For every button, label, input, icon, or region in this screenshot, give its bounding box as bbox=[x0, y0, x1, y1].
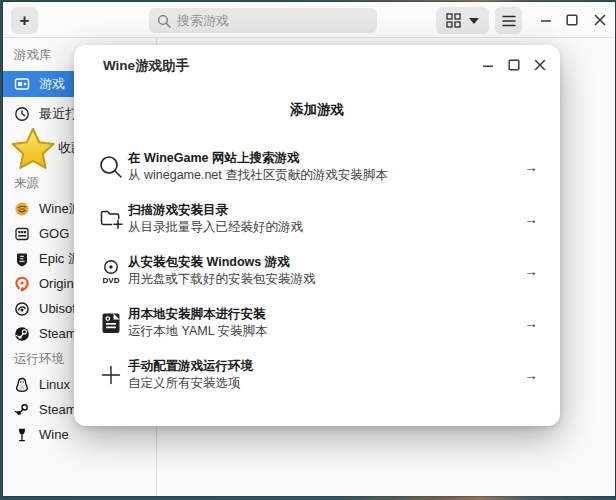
steam-runtime-icon bbox=[14, 402, 30, 418]
view-toggle-button[interactable] bbox=[436, 7, 489, 34]
sidebar-item-label: Steam bbox=[39, 402, 77, 417]
winegame-icon bbox=[14, 201, 30, 217]
sidebar-item-label: Linux bbox=[39, 377, 70, 392]
arrow-right-icon: → bbox=[524, 263, 538, 279]
origin-icon bbox=[14, 276, 30, 292]
option-subtitle: 用光盘或下载好的安装包安装游戏 bbox=[128, 271, 524, 288]
sidebar-item-label: Steam bbox=[39, 326, 77, 341]
minimize-icon bbox=[539, 13, 553, 27]
option-subtitle: 自定义所有安装选项 bbox=[128, 375, 524, 392]
option-scan-directory[interactable]: 扫描游戏安装目录 从目录批量导入已经装好的游戏 → bbox=[97, 202, 538, 236]
option-install-from-setup[interactable]: DVD 从安装包安装 Windows 游戏 用光盘或下载好的安装包安装游戏 → bbox=[97, 254, 538, 288]
option-local-script[interactable]: 用本地安装脚本进行安装 运行本地 YAML 安装脚本 → bbox=[97, 306, 538, 340]
search-icon bbox=[157, 14, 171, 28]
dialog-close-button[interactable] bbox=[528, 53, 552, 77]
window-maximize-button[interactable] bbox=[560, 8, 584, 32]
close-icon bbox=[593, 13, 607, 27]
search-icon bbox=[97, 154, 124, 180]
option-subtitle: 从 winegame.net 查找社区贡献的游戏安装脚本 bbox=[128, 167, 524, 184]
add-game-dialog: Wine游戏助手 bbox=[74, 45, 560, 426]
arrow-right-icon: → bbox=[524, 367, 538, 383]
star-icon bbox=[10, 126, 55, 170]
sidebar-item-label: Wine bbox=[39, 427, 69, 442]
maximize-icon bbox=[565, 13, 579, 27]
search-input[interactable] bbox=[177, 13, 369, 28]
desktop: + bbox=[0, 0, 616, 500]
linux-icon bbox=[14, 377, 30, 393]
option-title: 手动配置游戏运行环境 bbox=[128, 358, 524, 375]
hamburger-icon bbox=[502, 15, 516, 27]
steam-icon bbox=[14, 326, 30, 342]
minimize-icon bbox=[481, 58, 495, 72]
option-subtitle: 从目录批量导入已经装好的游戏 bbox=[128, 219, 524, 236]
window-minimize-button[interactable] bbox=[534, 8, 558, 32]
window-close-button[interactable] bbox=[588, 8, 612, 32]
arrow-right-icon: → bbox=[524, 315, 538, 331]
plus-icon bbox=[97, 362, 124, 388]
dialog-title: Wine游戏助手 bbox=[103, 57, 189, 75]
games-icon bbox=[14, 76, 30, 92]
maximize-icon bbox=[507, 58, 521, 72]
grid-view-icon bbox=[446, 13, 461, 28]
add-game-options: 在 WineGame 网站上搜索游戏 从 winegame.net 查找社区贡献… bbox=[74, 150, 560, 392]
option-title: 从安装包安装 Windows 游戏 bbox=[128, 254, 524, 271]
option-title: 用本地安装脚本进行安装 bbox=[128, 306, 524, 323]
sidebar-item-label: GOG bbox=[39, 226, 69, 241]
menu-button[interactable] bbox=[495, 7, 522, 34]
option-title: 在 WineGame 网站上搜索游戏 bbox=[128, 150, 524, 167]
option-subtitle: 运行本地 YAML 安装脚本 bbox=[128, 323, 524, 340]
dialog-heading: 添加游戏 bbox=[74, 101, 560, 119]
arrow-right-icon: → bbox=[524, 211, 538, 227]
option-manual-configure[interactable]: 手动配置游戏运行环境 自定义所有安装选项 → bbox=[97, 358, 538, 392]
chevron-down-icon bbox=[469, 18, 479, 24]
option-search-winegame[interactable]: 在 WineGame 网站上搜索游戏 从 winegame.net 查找社区贡献… bbox=[97, 150, 538, 184]
dvd-icon: DVD bbox=[97, 258, 124, 285]
folder-add-icon bbox=[97, 206, 124, 232]
search-box[interactable] bbox=[149, 8, 377, 33]
wine-icon bbox=[14, 427, 30, 443]
arrow-right-icon: → bbox=[524, 159, 538, 175]
ubisoft-icon bbox=[14, 301, 30, 317]
clock-icon bbox=[14, 106, 30, 122]
script-icon bbox=[97, 310, 124, 336]
option-title: 扫描游戏安装目录 bbox=[128, 202, 524, 219]
sidebar-item-label: 游戏 bbox=[39, 75, 65, 93]
dialog-minimize-button[interactable] bbox=[476, 53, 500, 77]
dialog-window-controls bbox=[476, 53, 552, 77]
add-game-button[interactable]: + bbox=[11, 7, 38, 34]
headerbar: + bbox=[3, 2, 615, 38]
sidebar-item-label: Origin bbox=[39, 276, 74, 291]
epic-icon bbox=[14, 251, 30, 267]
dialog-header[interactable]: Wine游戏助手 bbox=[74, 45, 560, 85]
close-icon bbox=[533, 58, 547, 72]
gog-icon bbox=[14, 226, 30, 242]
svg-text:DVD: DVD bbox=[102, 276, 119, 285]
dialog-maximize-button[interactable] bbox=[502, 53, 526, 77]
